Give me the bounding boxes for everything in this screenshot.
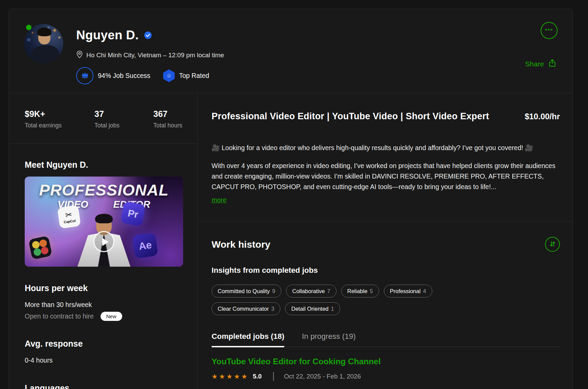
meet-heading: Meet Nguyen D. bbox=[25, 160, 197, 170]
more-options-button[interactable]: ••• bbox=[541, 22, 558, 39]
avatar-photo bbox=[24, 24, 63, 63]
more-link[interactable]: more bbox=[212, 195, 226, 205]
tab-in-progress[interactable]: In progress (19) bbox=[302, 332, 356, 347]
languages-section: Languages English: Native or Bilingual bbox=[9, 364, 197, 389]
work-history-heading: Work history bbox=[212, 239, 270, 250]
stat-total-hours: 367 Total hours bbox=[153, 109, 182, 143]
chip-professional[interactable]: Professional4 bbox=[384, 285, 432, 298]
chip-reliable[interactable]: Reliable5 bbox=[341, 285, 379, 298]
rating-value: 5.0 bbox=[253, 373, 262, 380]
chip-detail-oriented[interactable]: Detail Oriented1 bbox=[285, 302, 340, 315]
hours-heading: Hours per week bbox=[25, 283, 197, 293]
job-success-badge bbox=[76, 67, 93, 84]
sort-arrows-icon bbox=[549, 240, 556, 249]
hours-value: More than 30 hrs/week bbox=[25, 301, 197, 309]
location-text: Ho Chi Minh City, Vietnam – 12:09 pm loc… bbox=[86, 52, 224, 59]
avatar-face bbox=[38, 30, 50, 44]
meet-section: Meet Nguyen D. PROFESSIONAL VIDEO EDITOR… bbox=[9, 144, 197, 267]
ellipsis-icon: ••• bbox=[545, 27, 553, 33]
crown-icon bbox=[81, 71, 89, 80]
job-title-link[interactable]: YouTube Video Editor for Cooking Channel bbox=[212, 357, 381, 366]
profile-header: Nguyen D. Ho Chi Minh City, Vietnam – 12… bbox=[9, 9, 572, 93]
stat-value: $9K+ bbox=[25, 109, 94, 119]
profile-name: Nguyen D. bbox=[76, 28, 139, 42]
share-icon bbox=[548, 59, 557, 69]
hourly-rate: $10.00/hr bbox=[525, 111, 560, 121]
stat-value: 37 bbox=[94, 109, 153, 119]
chip-collaborative[interactable]: Collaborative7 bbox=[286, 285, 336, 298]
share-label: Share bbox=[525, 60, 544, 68]
insight-chips: Committed to Quality9 Collaborative7 Rel… bbox=[212, 285, 503, 315]
description-line1: 🎥 Looking for a video editor who deliver… bbox=[212, 143, 560, 153]
top-rated-label: Top Rated bbox=[179, 72, 209, 80]
description-para2: With over 4 years of experience in video… bbox=[212, 161, 560, 192]
profile-main: Professional Video Editor | YouTube Vide… bbox=[198, 93, 572, 389]
stat-total-earnings: $9K+ Total earnings bbox=[25, 109, 94, 143]
languages-heading: Languages bbox=[25, 383, 197, 389]
intro-video-thumbnail[interactable]: PROFESSIONAL VIDEO EDITOR ✂ CapCut Pr Ae bbox=[25, 177, 183, 267]
work-history-tabs: Completed jobs (18) In progress (19) bbox=[212, 332, 560, 347]
profile-sidebar: $9K+ Total earnings 37 Total jobs 367 To… bbox=[9, 93, 198, 389]
location-pin-icon bbox=[76, 50, 83, 60]
stat-total-jobs: 37 Total jobs bbox=[94, 109, 153, 143]
avatar[interactable] bbox=[24, 24, 63, 63]
stat-label: Total hours bbox=[153, 122, 182, 129]
chip-clear-communicator[interactable]: Clear Communicator3 bbox=[212, 302, 280, 315]
job-dates: Oct 22, 2025 - Feb 1, 2026 bbox=[284, 373, 361, 380]
stats-section: $9K+ Total earnings 37 Total jobs 367 To… bbox=[9, 93, 197, 144]
chip-committed-to-quality[interactable]: Committed to Quality9 bbox=[212, 285, 281, 298]
share-button[interactable]: Share bbox=[525, 59, 557, 69]
avatar-figure bbox=[29, 44, 60, 63]
online-status-dot bbox=[26, 25, 31, 30]
stat-label: Total earnings bbox=[25, 122, 94, 129]
insights-heading: Insights from completed jobs bbox=[212, 266, 560, 275]
davinci-resolve-icon bbox=[28, 236, 52, 260]
gig-title-section: Professional Video Editor | YouTube Vide… bbox=[198, 93, 572, 205]
stat-label: Total jobs bbox=[94, 122, 153, 129]
contract-to-hire-text: Open to contract to hire bbox=[25, 312, 94, 320]
new-badge: New bbox=[101, 312, 122, 321]
response-value: 0-4 hours bbox=[25, 356, 197, 364]
star-shield-icon: ☆ bbox=[163, 69, 175, 82]
stat-value: 367 bbox=[153, 109, 182, 119]
star-rating-icons: ★★★★★ bbox=[212, 372, 249, 381]
response-heading: Avg. response bbox=[25, 339, 197, 349]
play-button-icon[interactable] bbox=[93, 231, 114, 252]
hours-per-week-section: Hours per week More than 30 hrs/week Ope… bbox=[9, 267, 197, 321]
thumbnail-headline: PROFESSIONAL bbox=[25, 181, 183, 199]
job-success-label: 94% Job Success bbox=[98, 72, 150, 80]
gig-description: 🎥 Looking for a video editor who deliver… bbox=[212, 143, 560, 205]
verified-badge-icon bbox=[144, 31, 152, 40]
sort-button[interactable] bbox=[545, 237, 560, 252]
tab-completed-jobs[interactable]: Completed jobs (18) bbox=[212, 332, 284, 347]
avg-response-section: Avg. response 0-4 hours bbox=[9, 321, 197, 364]
work-history-section: Work history Insights from completed job… bbox=[198, 222, 572, 381]
job-entry: YouTube Video Editor for Cooking Channel… bbox=[212, 357, 560, 381]
rating-separator bbox=[273, 372, 274, 381]
profile-card: Nguyen D. Ho Chi Minh City, Vietnam – 12… bbox=[9, 9, 573, 389]
gig-title: Professional Video Editor | YouTube Vide… bbox=[212, 111, 525, 122]
